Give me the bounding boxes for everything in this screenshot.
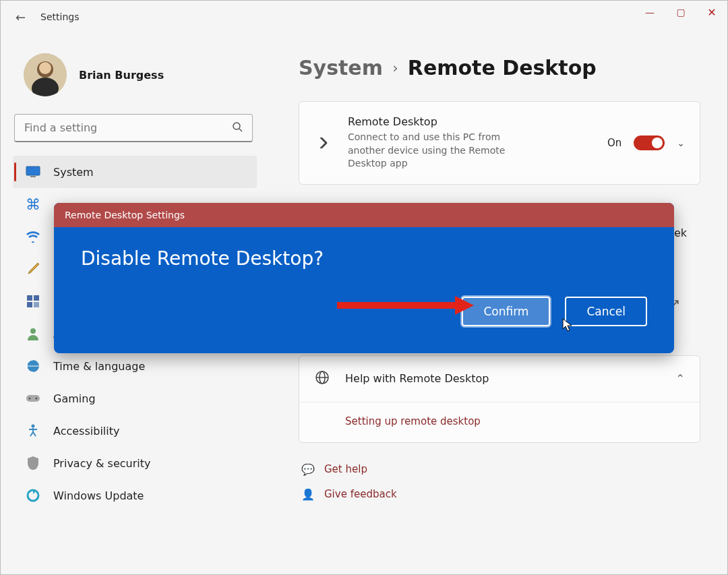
svg-rect-9 xyxy=(34,295,39,301)
monitor-icon xyxy=(25,164,41,180)
svg-rect-11 xyxy=(34,302,39,307)
maximize-button[interactable]: ▢ xyxy=(665,1,696,24)
update-icon xyxy=(25,487,41,504)
sidebar-item-label: Privacy & security xyxy=(53,457,150,470)
svg-rect-10 xyxy=(27,302,32,307)
sidebar-item-label: Gaming xyxy=(53,392,96,405)
confirm-dialog: Remote Desktop Settings Disable Remote D… xyxy=(54,203,674,353)
wifi-icon xyxy=(25,229,41,245)
feedback-label: Give feedback xyxy=(324,488,397,500)
card-controls: On ⌄ xyxy=(607,135,685,150)
globe-icon xyxy=(314,369,330,388)
help-header[interactable]: Help with Remote Desktop ⌃ xyxy=(299,356,700,402)
minimize-button[interactable]: — xyxy=(634,1,665,24)
cursor-icon xyxy=(562,318,573,334)
svg-rect-14 xyxy=(26,395,40,402)
remote-desktop-card[interactable]: Remote Desktop Connect to and use this P… xyxy=(299,101,700,185)
feedback-link[interactable]: 👤 Give feedback xyxy=(301,488,700,501)
svg-point-4 xyxy=(233,123,240,129)
sidebar-item-label: System xyxy=(53,166,94,179)
chevron-up-icon[interactable]: ⌃ xyxy=(676,372,685,385)
card-description: Connect to and use this PC from another … xyxy=(348,131,523,171)
sidebar-item-system[interactable]: System xyxy=(13,156,257,188)
settings-window: ← Settings — ▢ ✕ Brian Burgess xyxy=(0,0,728,575)
profile[interactable]: Brian Burgess xyxy=(13,53,257,96)
help-link-setup[interactable]: Setting up remote desktop xyxy=(345,415,481,427)
toggle-label: On xyxy=(607,137,621,149)
bluetooth-icon: ⌘ xyxy=(25,196,41,212)
sidebar-item-label: Accessibility xyxy=(53,425,119,437)
card-title: Remote Desktop xyxy=(348,115,593,128)
svg-point-17 xyxy=(32,425,35,428)
search-icon xyxy=(232,121,243,135)
confirm-button[interactable]: Confirm xyxy=(462,297,550,326)
brush-icon xyxy=(25,261,41,277)
person-icon xyxy=(25,326,41,342)
sidebar-item-label: Time & language xyxy=(53,360,145,373)
dialog-message: Disable Remote Desktop? xyxy=(81,247,647,270)
sidebar-item-windows-update[interactable]: Windows Update xyxy=(13,479,257,512)
svg-rect-6 xyxy=(26,167,40,175)
avatar xyxy=(24,53,67,96)
remote-desktop-icon xyxy=(314,135,333,151)
breadcrumb: System › Remote Desktop xyxy=(299,56,700,80)
sidebar-item-time-language[interactable]: Time & language xyxy=(13,350,257,382)
window-controls: — ▢ ✕ xyxy=(634,1,727,24)
svg-point-16 xyxy=(36,398,38,400)
remote-desktop-toggle[interactable] xyxy=(634,135,665,150)
svg-rect-8 xyxy=(27,295,32,301)
breadcrumb-parent[interactable]: System xyxy=(299,56,383,80)
bottom-links: 💬 Get help 👤 Give feedback xyxy=(299,463,700,501)
close-button[interactable]: ✕ xyxy=(696,1,727,24)
help-icon: 💬 xyxy=(301,463,315,476)
titlebar: ← Settings — ▢ ✕ xyxy=(1,1,727,33)
cancel-button[interactable]: Cancel xyxy=(565,297,647,326)
breadcrumb-current: Remote Desktop xyxy=(408,56,597,80)
get-help-label: Get help xyxy=(324,463,367,475)
shield-icon xyxy=(25,455,41,471)
card-body: Remote Desktop Connect to and use this P… xyxy=(348,115,593,171)
help-title: Help with Remote Desktop xyxy=(345,372,661,385)
dialog-titlebar: Remote Desktop Settings xyxy=(54,203,674,227)
sidebar-item-privacy[interactable]: Privacy & security xyxy=(13,447,257,479)
feedback-icon: 👤 xyxy=(301,488,315,501)
help-card: Help with Remote Desktop ⌃ Setting up re… xyxy=(299,355,700,443)
window-title: Settings xyxy=(40,11,79,22)
svg-point-15 xyxy=(29,398,31,400)
chevron-down-icon[interactable]: ⌄ xyxy=(677,138,685,148)
search-box[interactable] xyxy=(14,114,253,142)
arrow-annotation xyxy=(337,302,458,309)
svg-point-12 xyxy=(30,328,36,334)
svg-line-5 xyxy=(239,129,242,131)
profile-name: Brian Burgess xyxy=(79,69,164,82)
chevron-right-icon: › xyxy=(392,59,398,76)
back-button[interactable]: ← xyxy=(9,6,32,28)
get-help-link[interactable]: 💬 Get help xyxy=(301,463,700,476)
accessibility-icon xyxy=(25,423,41,439)
svg-rect-7 xyxy=(30,176,36,177)
help-body: Setting up remote desktop xyxy=(299,402,700,442)
sidebar-item-label: Windows Update xyxy=(53,489,144,502)
gamepad-icon xyxy=(25,390,41,406)
search-input[interactable] xyxy=(24,121,232,134)
sidebar-item-accessibility[interactable]: Accessibility xyxy=(13,415,257,447)
svg-point-3 xyxy=(39,62,51,74)
globe-clock-icon xyxy=(25,358,41,374)
apps-icon xyxy=(25,293,41,309)
sidebar-item-gaming[interactable]: Gaming xyxy=(13,382,257,415)
dialog-body: Disable Remote Desktop? Confirm Cancel xyxy=(54,227,674,353)
